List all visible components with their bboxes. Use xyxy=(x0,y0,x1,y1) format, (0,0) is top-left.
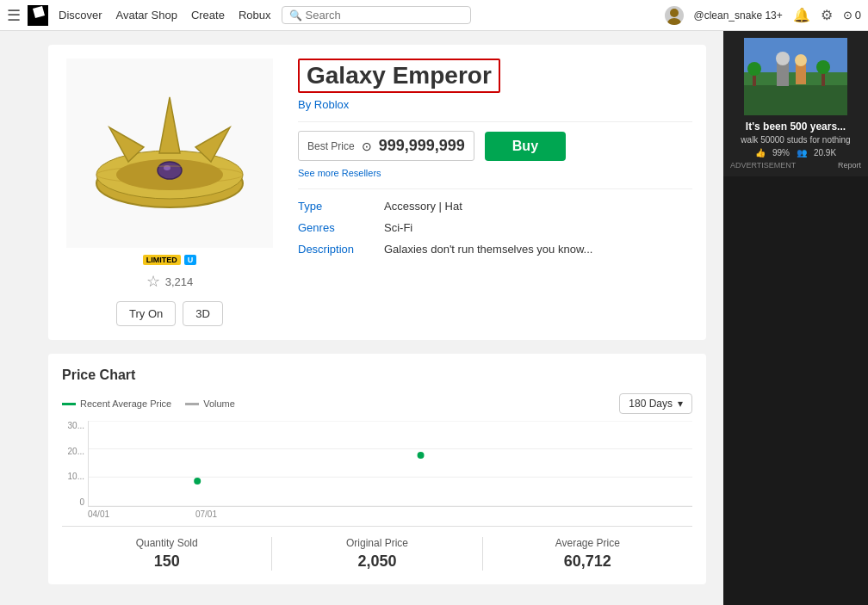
sidebar-left xyxy=(0,31,31,605)
stat-original-price: Original Price 2,050 xyxy=(272,537,482,571)
stats-row: Quantity Sold 150 Original Price 2,050 A… xyxy=(62,526,692,571)
average-price-value: 60,712 xyxy=(493,553,682,571)
badge-u: U xyxy=(184,255,197,265)
nav-create[interactable]: Create xyxy=(191,9,225,22)
best-price-box: Best Price ⊙ 999,999,999 xyxy=(298,131,474,161)
price-chart-title: Price Chart xyxy=(62,367,692,383)
legend-avg-label: Recent Average Price xyxy=(80,398,171,409)
main-content: LIMITED U ☆ 3,214 Try On 3D Galaxy Emper… xyxy=(31,31,723,605)
detail-grid: Type Accessory | Hat Genres Sci-Fi Descr… xyxy=(298,198,692,257)
item-badges: LIMITED U xyxy=(143,255,197,265)
svg-point-9 xyxy=(158,162,182,179)
username-label: @clean_snake 13+ xyxy=(694,9,783,22)
svg-point-26 xyxy=(816,60,830,74)
genres-label: Genres xyxy=(298,219,384,236)
buy-button[interactable]: Buy xyxy=(485,132,566,161)
report-link[interactable]: Report xyxy=(838,161,861,170)
search-input[interactable] xyxy=(306,9,463,22)
robux-icon-price: ⊙ xyxy=(362,139,372,153)
badge-limited: LIMITED xyxy=(143,255,181,265)
svg-rect-17 xyxy=(744,85,847,115)
ad-banner: It's been 500 years... walk 50000 studs … xyxy=(723,31,868,176)
chart-dropdown-wrap: 180 Days ▾ xyxy=(619,393,692,414)
item-image-box: LIMITED U ☆ 3,214 Try On 3D xyxy=(62,59,277,326)
svg-point-20 xyxy=(776,52,790,65)
chart-area xyxy=(88,421,692,507)
chart-svg xyxy=(89,421,692,506)
legend-volume: Volume xyxy=(185,398,235,409)
x-label-0701: 07/01 xyxy=(195,509,417,519)
chart-point-1 xyxy=(194,478,201,485)
svg-point-22 xyxy=(795,54,807,66)
robux-count: 0 xyxy=(855,9,861,22)
try-on-button[interactable]: Try On xyxy=(116,301,176,326)
chart-wrapper: 30... 20... 10... 0 xyxy=(62,421,692,519)
ad-likes: 99% xyxy=(772,148,790,157)
search-icon: 🔍 xyxy=(289,9,302,22)
notification-icon[interactable]: 🔔 xyxy=(793,7,810,23)
navbar: ☰ Discover Avatar Shop Create Robux 🔍 @c… xyxy=(0,0,868,31)
favorites-count: 3,214 xyxy=(165,275,194,288)
item-by: By Roblox xyxy=(298,98,692,111)
nav-right: @clean_snake 13+ 🔔 ⚙ ⊙ 0 xyxy=(665,6,862,25)
sidebar-right: It's been 500 years... walk 50000 studs … xyxy=(723,31,868,605)
item-section: LIMITED U ☆ 3,214 Try On 3D Galaxy Emper… xyxy=(48,45,706,340)
y-label-10: 10... xyxy=(62,472,84,481)
nav-discover[interactable]: Discover xyxy=(59,9,102,22)
y-label-0: 0 xyxy=(62,497,84,507)
avatar xyxy=(665,6,684,25)
item-image xyxy=(66,59,273,248)
divider-1 xyxy=(298,121,692,122)
legend-avg-price: Recent Average Price xyxy=(62,398,171,409)
chart-point-2 xyxy=(418,452,425,459)
original-price-label: Original Price xyxy=(282,537,471,549)
price-chart-section: Price Chart Recent Average Price Volume … xyxy=(48,354,706,584)
chart-timeframe-dropdown[interactable]: 180 Days ▾ xyxy=(619,393,692,414)
svg-rect-19 xyxy=(777,62,789,86)
average-price-label: Average Price xyxy=(493,537,682,549)
ad-title: It's been 500 years... xyxy=(746,120,846,133)
svg-point-24 xyxy=(747,62,761,76)
price-value: 999,999,999 xyxy=(379,137,465,155)
quantity-sold-value: 150 xyxy=(72,553,261,571)
robux-display: ⊙ 0 xyxy=(843,9,861,22)
advertisement-label: ADVERTISEMENT xyxy=(730,161,796,170)
x-label-0401: 04/01 xyxy=(88,509,195,519)
y-label-20: 20... xyxy=(62,447,84,456)
search-bar: 🔍 xyxy=(282,6,471,24)
item-svg xyxy=(84,76,256,231)
legend-vol-label: Volume xyxy=(203,398,235,409)
item-actions: Try On 3D xyxy=(116,301,223,326)
robux-icon: ⊙ xyxy=(843,9,852,22)
stat-quantity-sold: Quantity Sold 150 xyxy=(62,537,272,571)
svg-marker-6 xyxy=(159,97,180,153)
see-more-resellers[interactable]: See more Resellers xyxy=(298,168,692,178)
ad-likes-icon: 👍 xyxy=(755,148,766,157)
item-title: Galaxy Emperor xyxy=(298,59,500,93)
divider-2 xyxy=(298,188,692,189)
ad-stats: 👍 99% 👥 20.9K xyxy=(755,148,836,157)
original-price-value: 2,050 xyxy=(282,553,471,571)
price-row: Best Price ⊙ 999,999,999 Buy xyxy=(298,131,692,161)
legend-green-dot xyxy=(62,403,76,405)
type-label: Type xyxy=(298,198,384,214)
favorites: ☆ 3,214 xyxy=(146,272,194,291)
chevron-down-icon: ▾ xyxy=(678,398,683,410)
description-value: Galaxies don't run themselves you know..… xyxy=(384,241,692,257)
nav-avatar-shop[interactable]: Avatar Shop xyxy=(116,9,177,22)
svg-point-2 xyxy=(667,18,681,25)
best-price-label: Best Price xyxy=(307,140,355,152)
y-label-30: 30... xyxy=(62,421,84,430)
svg-rect-21 xyxy=(796,64,806,84)
chart-timeframe-value: 180 Days xyxy=(629,398,673,410)
quantity-sold-label: Quantity Sold xyxy=(72,537,261,549)
ad-players: 20.9K xyxy=(814,148,836,157)
item-creator-link[interactable]: By Roblox xyxy=(298,98,349,111)
ad-footer: ADVERTISEMENT Report xyxy=(730,161,861,170)
3d-button[interactable]: 3D xyxy=(183,301,223,326)
nav-robux[interactable]: Robux xyxy=(239,9,271,22)
star-icon[interactable]: ☆ xyxy=(146,272,160,291)
legend-gray-dot xyxy=(185,403,199,405)
settings-icon[interactable]: ⚙ xyxy=(821,7,833,23)
hamburger-menu[interactable]: ☰ xyxy=(7,6,21,25)
